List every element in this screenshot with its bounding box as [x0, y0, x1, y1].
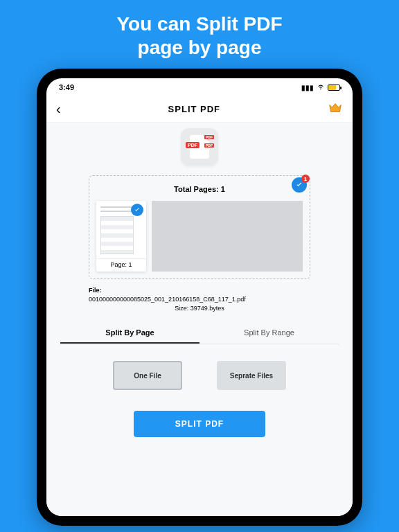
split-pdf-button[interactable]: SPLIT PDF: [134, 411, 265, 437]
pdf-app-icon: PDF PDF PDF: [181, 128, 218, 166]
page-caption: Page: 1: [96, 259, 146, 270]
select-all-check-icon[interactable]: 1: [292, 177, 307, 193]
page-title: SPLIT PDF: [168, 104, 220, 114]
pdf-mini-icon: PDF: [204, 143, 214, 148]
file-meta: File: 001000000000085025_001_210166158_C…: [89, 286, 310, 313]
status-time: 3:49: [59, 83, 74, 91]
signal-icon: ▮▮▮: [301, 84, 314, 91]
page-thumbnail[interactable]: Page: 1: [96, 201, 146, 272]
output-options: One File Seprate Files: [113, 361, 286, 390]
split-mode-tabs: Split By Page Split By Range: [60, 323, 339, 344]
status-bar: 3:49 ▮▮▮: [46, 78, 353, 96]
battery-icon: [328, 85, 340, 91]
screen: 3:49 ▮▮▮ ‹ SPLIT PDF PDF PDF PDF: [46, 78, 353, 516]
status-icons: ▮▮▮: [301, 83, 340, 91]
file-name: 001000000000085025_001_210166158_C68_117…: [89, 295, 310, 304]
total-pages-label: Total Pages: 1: [174, 185, 225, 193]
promo-line1: You can Split PDF: [116, 13, 282, 35]
tab-split-by-page[interactable]: Split By Page: [60, 323, 200, 344]
wifi-icon: [317, 83, 325, 91]
file-label: File:: [89, 287, 102, 294]
file-size: Size: 39749.bytes: [89, 304, 310, 313]
body-area: PDF PDF PDF Total Pages: 1 1: [46, 123, 353, 516]
device-frame: 3:49 ▮▮▮ ‹ SPLIT PDF PDF PDF PDF: [37, 69, 362, 526]
promo-line2: page by page: [138, 37, 262, 58]
empty-thumbnail-placeholder: [152, 201, 303, 272]
back-button[interactable]: ‹: [56, 101, 61, 117]
pages-selection-box: Total Pages: 1 1 Page: 1: [89, 175, 310, 279]
page-thumbnails: Page: 1: [96, 201, 303, 272]
premium-crown-icon[interactable]: [328, 100, 343, 118]
tab-split-by-range[interactable]: Split By Range: [200, 323, 339, 344]
pdf-mini-icon: PDF: [204, 135, 214, 139]
promo-headline: You can Split PDF page by page: [116, 12, 282, 59]
pdf-tag-icon: PDF: [186, 142, 200, 148]
nav-bar: ‹ SPLIT PDF: [46, 96, 353, 123]
option-one-file[interactable]: One File: [113, 361, 182, 390]
selection-count-badge: 1: [301, 175, 310, 183]
option-separate-files[interactable]: Seprate Files: [217, 361, 286, 390]
